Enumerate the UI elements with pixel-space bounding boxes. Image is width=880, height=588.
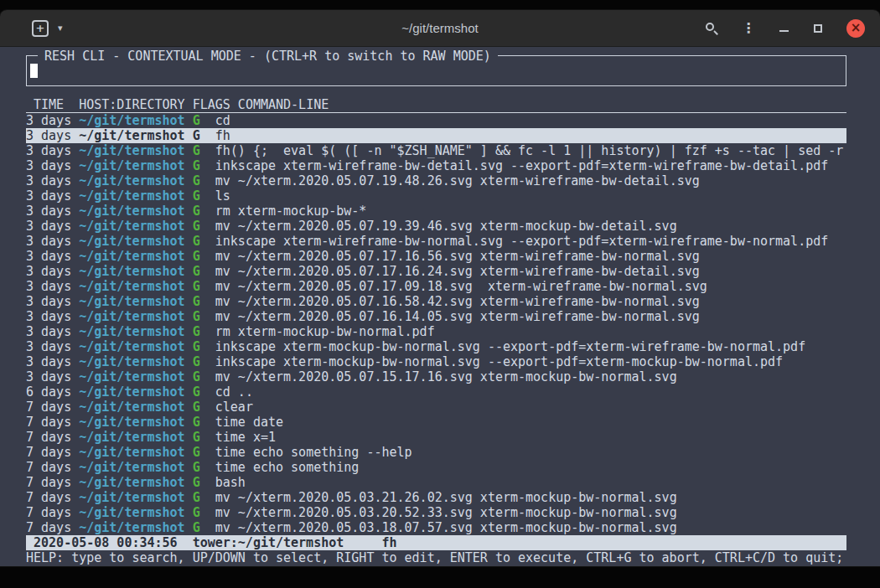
row-time: 3 days [26,188,79,204]
row-command: mv ~/xterm.2020.05.03.18.07.57.svg xterm… [215,520,677,535]
menu-icon[interactable]: ⋮ [742,21,755,36]
history-row[interactable]: 3 days ~/git/termshot G mv ~/xterm.2020.… [26,264,846,279]
row-host: ~/git/termshot [79,234,184,249]
row-command: time x=1 [215,430,276,445]
history-row[interactable]: 7 days ~/git/termshot G mv ~/xterm.2020.… [26,490,846,505]
history-row[interactable]: 3 days ~/git/termshot G mv ~/xterm.2020.… [26,294,846,309]
row-flags: G [185,158,215,173]
history-row[interactable]: 3 days ~/git/termshot G mv ~/xterm.2020.… [26,369,846,384]
history-row[interactable]: 3 days ~/git/termshot G mv ~/xterm.2020.… [26,173,846,188]
row-flags: G [185,475,215,490]
row-flags: G [185,445,215,460]
row-flags: G [185,430,215,445]
status-datetime: 2020-05-08 00:34:56 [34,535,178,550]
row-time: 7 days [26,490,79,505]
row-flags: G [185,490,215,505]
row-command: mv ~/xterm.2020.05.07.17.09.18.svg xterm… [215,279,707,294]
history-row[interactable]: 3 days ~/git/termshot G inkscape xterm-w… [26,234,846,249]
history-row[interactable]: 7 days ~/git/termshot G clear [26,400,846,415]
help-line: HELP: type to search, UP/DOWN to select,… [26,550,846,565]
history-row[interactable]: 7 days ~/git/termshot G time echo someth… [26,445,846,460]
row-command: time echo something [215,460,360,475]
search-panel[interactable]: RESH CLI - CONTEXTUAL MODE - (CTRL+R to … [26,55,846,86]
history-list: 3 days ~/git/termshot G cd3 days ~/git/t… [26,113,846,535]
close-x-glyph: × [851,22,862,34]
row-host: ~/git/termshot [79,309,184,324]
row-command: mv ~/xterm.2020.05.07.17.16.56.svg xterm… [215,249,700,264]
history-row[interactable]: 7 days ~/git/termshot G bash [26,475,846,490]
row-command: rm xterm-mockup-bw-* [215,204,367,219]
row-host: ~/git/termshot [79,354,184,369]
terminal-window: + ▾ ~/git/termshot ⋮ × RESH CLI - CONTEX… [0,10,880,566]
history-row[interactable]: 3 days ~/git/termshot G rm xterm-mockup-… [26,204,846,219]
row-time: 7 days [26,520,79,535]
row-time: 3 days [26,324,79,339]
history-row[interactable]: 7 days ~/git/termshot G mv ~/xterm.2020.… [26,520,846,535]
row-host: ~/git/termshot [79,339,184,354]
row-flags: G [185,128,215,143]
row-time: 3 days [26,219,79,234]
new-tab-button[interactable]: + [32,20,49,37]
row-command: time date [215,415,283,430]
row-command: mv ~/xterm.2020.05.03.21.26.02.svg xterm… [215,490,677,505]
row-flags: G [185,339,215,354]
row-host: ~/git/termshot [79,279,184,294]
history-row[interactable]: 7 days ~/git/termshot G time x=1 [26,430,846,445]
row-host: ~/git/termshot [79,400,184,415]
history-row[interactable]: 3 days ~/git/termshot G mv ~/xterm.2020.… [26,279,846,294]
row-time: 7 days [26,505,79,520]
history-row[interactable]: 6 days ~/git/termshot G cd .. [26,384,846,400]
row-host: ~/git/termshot [79,475,184,490]
history-row[interactable]: 3 days ~/git/termshot G ls [26,188,846,204]
titlebar[interactable]: + ▾ ~/git/termshot ⋮ × [0,10,880,47]
search-input[interactable] [30,64,38,78]
close-icon[interactable]: × [846,19,865,38]
row-host: ~/git/termshot [79,430,184,445]
history-row[interactable]: 3 days ~/git/termshot G mv ~/xterm.2020.… [26,309,846,324]
new-tab-icon: + [36,23,45,34]
row-time: 6 days [26,384,79,400]
status-bar: 2020-05-08 00:34:56tower:~/git/termshotf… [26,535,846,550]
row-host: ~/git/termshot [79,204,184,219]
row-command: mv ~/xterm.2020.05.07.19.39.46.svg xterm… [215,219,677,234]
row-flags: G [185,309,215,324]
row-command: mv ~/xterm.2020.05.07.15.17.16.svg xterm… [215,369,677,384]
history-row[interactable]: 3 days ~/git/termshot G rm xterm-mockup-… [26,324,846,339]
history-row[interactable]: 3 days ~/git/termshot G mv ~/xterm.2020.… [26,219,846,234]
row-flags: G [185,294,215,309]
row-flags: G [185,113,215,128]
history-row[interactable]: 7 days ~/git/termshot G mv ~/xterm.2020.… [26,505,846,520]
row-host: ~/git/termshot [79,294,184,309]
restore-icon[interactable] [812,21,824,36]
row-command: inkscape xterm-wireframe-bw-detail.svg -… [215,158,829,173]
new-tab-dropdown-icon[interactable]: ▾ [58,23,63,34]
row-host: ~/git/termshot [79,460,184,475]
row-flags: G [185,173,215,188]
row-host: ~/git/termshot [79,505,184,520]
row-host: ~/git/termshot [79,249,184,264]
history-row[interactable]: 7 days ~/git/termshot G time date [26,415,846,430]
row-time: 3 days [26,143,79,158]
history-row[interactable]: 3 days ~/git/termshot G fh() {; eval $( … [26,143,846,158]
row-flags: G [185,369,215,384]
history-row[interactable]: 7 days ~/git/termshot G time echo someth… [26,460,846,475]
row-flags: G [185,324,215,339]
history-row[interactable]: 3 days ~/git/termshot G cd [26,113,846,128]
row-time: 3 days [26,158,79,173]
history-row[interactable]: 3 days ~/git/termshot G fh [26,128,846,143]
history-row[interactable]: 3 days ~/git/termshot G mv ~/xterm.2020.… [26,249,846,264]
row-time: 7 days [26,415,79,430]
row-host: ~/git/termshot [79,369,184,384]
history-row[interactable]: 3 days ~/git/termshot G inkscape xterm-m… [26,339,846,354]
history-row[interactable]: 3 days ~/git/termshot G inkscape xterm-m… [26,354,846,369]
row-command: mv ~/xterm.2020.05.07.17.16.24.svg xterm… [215,264,700,279]
minimize-icon[interactable] [778,21,789,36]
history-row[interactable]: 3 days ~/git/termshot G inkscape xterm-w… [26,158,846,173]
row-flags: G [185,520,215,535]
row-command: time echo something --help [215,445,412,460]
terminal-content: RESH CLI - CONTEXTUAL MODE - (CTRL+R to … [0,47,880,566]
search-icon[interactable] [704,21,719,36]
row-command: mv ~/xterm.2020.05.07.19.48.26.svg xterm… [215,173,700,188]
row-time: 3 days [26,173,79,188]
row-host: ~/git/termshot [79,445,184,460]
